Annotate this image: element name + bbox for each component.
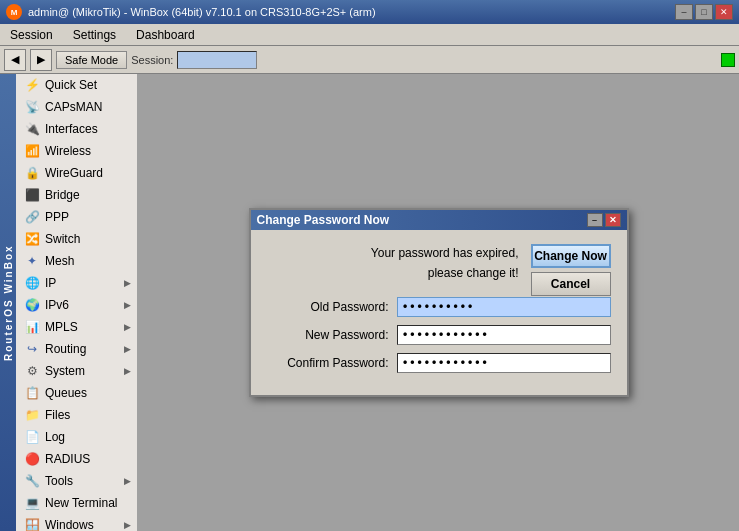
sidebar-item-label: RADIUS	[45, 452, 90, 466]
sidebar-item-mesh[interactable]: ✦ Mesh	[16, 250, 137, 272]
ip-icon: 🌐	[24, 275, 40, 291]
sidebar-item-label: PPP	[45, 210, 69, 224]
content-area: Change Password Now – ✕ Change Now Cance…	[138, 74, 739, 531]
sidebar-item-label: Log	[45, 430, 65, 444]
sidebar-item-label: Windows	[45, 518, 94, 531]
sidebar-item-label: Quick Set	[45, 78, 97, 92]
session-label: Session:	[131, 54, 173, 66]
close-button[interactable]: ✕	[715, 4, 733, 20]
radius-icon: 🔴	[24, 451, 40, 467]
app-icon: M	[6, 4, 22, 20]
dialog-title-bar: Change Password Now – ✕	[251, 210, 627, 230]
sidebar-item-interfaces[interactable]: 🔌 Interfaces	[16, 118, 137, 140]
ppp-icon: 🔗	[24, 209, 40, 225]
menu-session[interactable]: Session	[4, 26, 59, 44]
confirm-password-row: Confirm Password:	[267, 353, 611, 373]
sidebar-item-label: Interfaces	[45, 122, 98, 136]
routing-arrow: ▶	[124, 344, 131, 354]
mesh-icon: ✦	[24, 253, 40, 269]
sidebar: RouterOS WinBox ⚡ Quick Set 📡 CAPsMAN 🔌 …	[0, 74, 138, 531]
sidebar-item-label: Queues	[45, 386, 87, 400]
new-terminal-icon: 💻	[24, 495, 40, 511]
sidebar-item-bridge[interactable]: ⬛ Bridge	[16, 184, 137, 206]
wireguard-icon: 🔒	[24, 165, 40, 181]
sidebar-item-radius[interactable]: 🔴 RADIUS	[16, 448, 137, 470]
quick-set-icon: ⚡	[24, 77, 40, 93]
sidebar-item-wireguard[interactable]: 🔒 WireGuard	[16, 162, 137, 184]
new-password-input[interactable]	[397, 325, 611, 345]
sidebar-item-tools[interactable]: 🔧 Tools ▶	[16, 470, 137, 492]
new-password-label: New Password:	[267, 328, 397, 342]
bridge-icon: ⬛	[24, 187, 40, 203]
confirm-password-label: Confirm Password:	[267, 356, 397, 370]
menu-settings[interactable]: Settings	[67, 26, 122, 44]
windows-icon: 🪟	[24, 517, 40, 531]
sidebar-item-label: Switch	[45, 232, 80, 246]
change-now-button[interactable]: Change Now	[531, 244, 611, 268]
maximize-button[interactable]: □	[695, 4, 713, 20]
sidebar-item-label: New Terminal	[45, 496, 117, 510]
sidebar-item-label: Mesh	[45, 254, 74, 268]
switch-icon: 🔀	[24, 231, 40, 247]
confirm-password-input[interactable]	[397, 353, 611, 373]
dialog-title-text: Change Password Now	[257, 213, 587, 227]
sidebar-item-wireless[interactable]: 📶 Wireless	[16, 140, 137, 162]
system-icon: ⚙	[24, 363, 40, 379]
sidebar-container: RouterOS WinBox ⚡ Quick Set 📡 CAPsMAN 🔌 …	[0, 74, 137, 531]
dialog-body: Change Now Cancel Your password has expi…	[251, 230, 627, 394]
sidebar-item-label: Routing	[45, 342, 86, 356]
sidebar-item-switch[interactable]: 🔀 Switch	[16, 228, 137, 250]
sidebar-item-label: MPLS	[45, 320, 78, 334]
sidebar-item-label: Wireless	[45, 144, 91, 158]
sidebar-item-capsman[interactable]: 📡 CAPsMAN	[16, 96, 137, 118]
old-password-label: Old Password:	[267, 300, 397, 314]
sidebar-item-label: Bridge	[45, 188, 80, 202]
back-button[interactable]: ◀	[4, 49, 26, 71]
sidebar-item-new-terminal[interactable]: 💻 New Terminal	[16, 492, 137, 514]
ipv6-icon: 🌍	[24, 297, 40, 313]
sidebar-item-system[interactable]: ⚙ System ▶	[16, 360, 137, 382]
files-icon: 📁	[24, 407, 40, 423]
old-password-row: Old Password:	[267, 297, 611, 317]
windows-arrow: ▶	[124, 520, 131, 530]
sidebar-item-ipv6[interactable]: 🌍 IPv6 ▶	[16, 294, 137, 316]
sidebar-inner: ⚡ Quick Set 📡 CAPsMAN 🔌 Interfaces 📶 Wir…	[16, 74, 137, 531]
forward-button[interactable]: ▶	[30, 49, 52, 71]
dialog-action-buttons: Change Now Cancel	[531, 244, 611, 296]
sidebar-item-mpls[interactable]: 📊 MPLS ▶	[16, 316, 137, 338]
ipv6-arrow: ▶	[124, 300, 131, 310]
mpls-arrow: ▶	[124, 322, 131, 332]
dialog-title-btns: – ✕	[587, 213, 621, 227]
sidebar-item-log[interactable]: 📄 Log	[16, 426, 137, 448]
sidebar-item-routing[interactable]: ↪ Routing ▶	[16, 338, 137, 360]
dialog-close-button[interactable]: ✕	[605, 213, 621, 227]
main-layout: RouterOS WinBox ⚡ Quick Set 📡 CAPsMAN 🔌 …	[0, 74, 739, 531]
title-bar-text: admin@ (MikroTik) - WinBox (64bit) v7.10…	[28, 6, 675, 18]
old-password-input[interactable]	[397, 297, 611, 317]
queues-icon: 📋	[24, 385, 40, 401]
capsman-icon: 📡	[24, 99, 40, 115]
cancel-button[interactable]: Cancel	[531, 272, 611, 296]
sidebar-item-label: IPv6	[45, 298, 69, 312]
title-bar-buttons: – □ ✕	[675, 4, 733, 20]
safe-mode-button[interactable]: Safe Mode	[56, 51, 127, 69]
sidebar-item-ppp[interactable]: 🔗 PPP	[16, 206, 137, 228]
sidebar-item-windows[interactable]: 🪟 Windows ▶	[16, 514, 137, 531]
log-icon: 📄	[24, 429, 40, 445]
dialog-minimize-button[interactable]: –	[587, 213, 603, 227]
tools-arrow: ▶	[124, 476, 131, 486]
sidebar-item-files[interactable]: 📁 Files	[16, 404, 137, 426]
sidebar-item-quick-set[interactable]: ⚡ Quick Set	[16, 74, 137, 96]
sidebar-item-label: Files	[45, 408, 70, 422]
title-bar: M admin@ (MikroTik) - WinBox (64bit) v7.…	[0, 0, 739, 24]
sidebar-item-label: WireGuard	[45, 166, 103, 180]
routing-icon: ↪	[24, 341, 40, 357]
sidebar-item-label: CAPsMAN	[45, 100, 102, 114]
change-password-dialog: Change Password Now – ✕ Change Now Cance…	[249, 208, 629, 396]
session-input[interactable]	[177, 51, 257, 69]
menu-dashboard[interactable]: Dashboard	[130, 26, 201, 44]
minimize-button[interactable]: –	[675, 4, 693, 20]
sidebar-item-queues[interactable]: 📋 Queues	[16, 382, 137, 404]
sidebar-item-ip[interactable]: 🌐 IP ▶	[16, 272, 137, 294]
dialog-overlay: Change Password Now – ✕ Change Now Cance…	[138, 74, 739, 531]
